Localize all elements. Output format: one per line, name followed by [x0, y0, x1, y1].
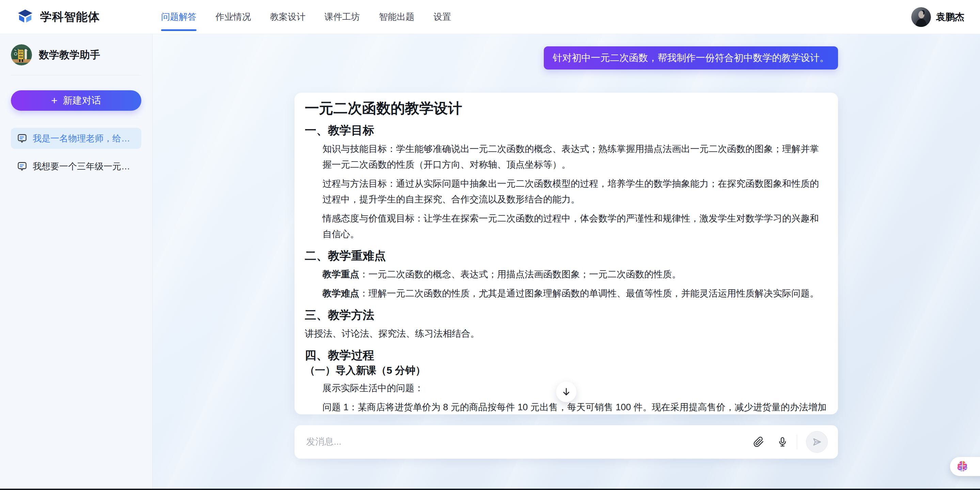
nav-tab-1[interactable]: 问题解答 — [161, 0, 196, 34]
ai-block-p-5: 情感态度与价值观目标：让学生在探索一元二次函数的过程中，体会数学的严谨性和规律性… — [305, 211, 828, 242]
ai-block-h1-1: 一元二次函数的教学设计 — [305, 100, 828, 117]
ai-block-p-10: 讲授法、讨论法、探究法、练习法相结合。 — [305, 326, 828, 342]
user-account[interactable]: 袁鹏杰 — [911, 0, 964, 34]
ai-block-h2-2: 一、教学目标 — [305, 123, 828, 138]
app-title: 学科智能体 — [40, 9, 100, 25]
plus-icon: + — [51, 95, 57, 106]
svg-text:789: 789 — [19, 56, 23, 58]
ai-block-p-4: 过程与方法目标：通过从实际问题中抽象出一元二次函数模型的过程，培养学生的数学抽象… — [305, 176, 828, 207]
ai-block-p-3: 知识与技能目标：学生能够准确说出一元二次函数的概念、表达式；熟练掌握用描点法画出… — [305, 141, 828, 172]
composer-divider — [797, 434, 797, 449]
nav-tab-5[interactable]: 智能出题 — [379, 0, 414, 34]
ai-block-h3-12: （一）导入新课（5 分钟） — [305, 364, 828, 377]
ai-block-p-7: 教学重点：一元二次函数的概念、表达式；用描点法画函数图象；一元二次函数的性质。 — [305, 267, 828, 282]
user-avatar[interactable] — [911, 7, 931, 27]
message-input[interactable] — [306, 436, 753, 447]
ai-block-h2-9: 三、教学方法 — [305, 307, 828, 322]
nav-tabs: 问题解答作业情况教案设计课件工坊智能出题设置 — [161, 0, 451, 34]
history-item-label: 我是一名物理老师，给同学... — [33, 132, 135, 144]
top-navigation-bar: 学科智能体 问题解答作业情况教案设计课件工坊智能出题设置 袁鹏杰 — [0, 0, 980, 34]
sidebar: 123 454 789 数学教学助手 + 新建对话 我是一名物理老师，给同学..… — [0, 34, 153, 490]
new-chat-label: 新建对话 — [63, 94, 101, 107]
message-composer — [294, 425, 838, 459]
send-button[interactable] — [806, 431, 828, 453]
history-item-1[interactable]: 我是一名物理老师，给同学... — [11, 128, 141, 149]
nav-tab-2[interactable]: 作业情况 — [216, 0, 251, 34]
chat-history-list: 我是一名物理老师，给同学...我想要一个三年级一元二次... — [11, 128, 141, 177]
nav-tab-4[interactable]: 课件工坊 — [325, 0, 360, 34]
svg-text:454: 454 — [19, 53, 23, 56]
ai-response-body: 一元二次函数的教学设计一、教学目标知识与技能目标：学生能够准确说出一元二次函数的… — [305, 100, 828, 414]
ai-block-h2-6: 二、教学重难点 — [305, 248, 828, 263]
brain-icon — [955, 459, 970, 474]
nav-tab-3[interactable]: 教案设计 — [270, 0, 305, 34]
nav-tab-6[interactable]: 设置 — [433, 0, 451, 34]
history-item-label: 我想要一个三年级一元二次... — [33, 161, 135, 172]
svg-text:123: 123 — [19, 50, 23, 53]
scroll-to-bottom-button[interactable] — [556, 381, 576, 402]
user-message-bubble: 针对初中一元二次函数，帮我制作一份符合初中数学的教学设计。 — [544, 46, 838, 70]
chat-bubble-icon — [17, 161, 27, 171]
app-brand: 学科智能体 — [16, 8, 100, 26]
assistant-avatar: 123 454 789 — [11, 44, 32, 65]
ai-block-h2-11: 四、教学过程 — [305, 348, 828, 362]
user-message-row: 针对初中一元二次函数，帮我制作一份符合初中数学的教学设计。 — [294, 34, 838, 70]
assistant-name: 数学教学助手 — [39, 48, 100, 62]
chat-main-area: 针对初中一元二次函数，帮我制作一份符合初中数学的教学设计。 一元二次函数的教学设… — [153, 34, 980, 490]
chat-bubble-icon — [17, 133, 27, 144]
microphone-icon[interactable] — [777, 436, 788, 447]
arrow-down-icon — [561, 387, 571, 397]
paperclip-icon[interactable] — [753, 436, 764, 447]
history-item-2[interactable]: 我想要一个三年级一元二次... — [11, 156, 141, 177]
assistant-header: 123 454 789 数学教学助手 — [11, 44, 141, 65]
window-bottom-edge — [0, 488, 980, 490]
sidebar-divider — [11, 75, 141, 75]
ai-response-card: 一元二次函数的教学设计一、教学目标知识与技能目标：学生能够准确说出一元二次函数的… — [294, 93, 838, 414]
paper-plane-icon — [812, 437, 822, 447]
ai-block-p-8: 教学难点：理解一元二次函数的性质，尤其是通过图象理解函数的单调性、最值等性质，并… — [305, 286, 828, 301]
user-name[interactable]: 袁鹏杰 — [936, 11, 964, 24]
assistant-floating-button[interactable] — [950, 457, 980, 476]
app-logo-cube-icon — [16, 8, 34, 26]
new-chat-button[interactable]: + 新建对话 — [11, 90, 141, 111]
